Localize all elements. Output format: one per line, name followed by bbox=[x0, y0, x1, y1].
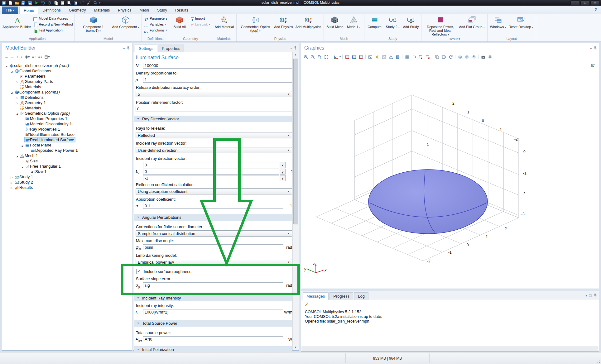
refresh-icon[interactable] bbox=[448, 54, 454, 60]
tab-study[interactable]: Study bbox=[153, 7, 171, 14]
input-field-a-i0[interactable]: A*I0 bbox=[143, 336, 283, 342]
open-icon[interactable] bbox=[14, 0, 20, 5]
pin-panel-icon[interactable] bbox=[594, 293, 597, 298]
tree-node-deposited-ray-power-1[interactable]: Deposited Ray Power 1 bbox=[3, 148, 131, 153]
copy-image-icon[interactable] bbox=[434, 54, 440, 60]
dropdown-using-absorption-coefficient[interactable]: Using absorption coefficient▼ bbox=[136, 188, 292, 194]
tree-node-size[interactable]: ASize bbox=[3, 158, 131, 164]
tree-expand-icon[interactable]: ◢ bbox=[9, 69, 14, 73]
tab-mesh[interactable]: Mesh bbox=[135, 7, 153, 14]
undo-icon[interactable] bbox=[40, 0, 46, 5]
tree-node-materials[interactable]: Materials bbox=[3, 84, 131, 89]
show-axis-icon[interactable] bbox=[411, 54, 417, 60]
livelink-button[interactable]: LiveLink▾ bbox=[189, 22, 210, 27]
messages-tab-messages[interactable]: Messages bbox=[303, 292, 329, 300]
parameters-button[interactable]: PiParameters bbox=[143, 16, 167, 21]
scene-light-icon[interactable] bbox=[374, 54, 380, 60]
tree-node-solar-dish-receiver-mph[interactable]: ◢solar_dish_receiver.mph(root) bbox=[3, 63, 131, 68]
front-view-icon[interactable] bbox=[457, 54, 463, 60]
checkbox-box[interactable]: ✓ bbox=[136, 269, 141, 274]
panel-menu-caret-icon[interactable]: ▾ bbox=[590, 47, 592, 50]
save-as-icon[interactable] bbox=[27, 0, 33, 5]
reset-desktop-button[interactable]: Reset Desktop ▾ bbox=[507, 14, 534, 29]
input-field-1[interactable]: 1 bbox=[143, 77, 292, 83]
tab-definitions[interactable]: Definitions bbox=[38, 7, 65, 14]
tree-expand-icon[interactable]: ◢ bbox=[15, 111, 19, 116]
settings-scrollbar[interactable]: ▲ ▼ bbox=[292, 52, 299, 350]
tab-results[interactable]: Results bbox=[171, 7, 192, 14]
tree-expand-icon[interactable]: ◢ bbox=[20, 143, 25, 147]
tree-node-mesh-1[interactable]: ◢Mesh 1 bbox=[3, 153, 131, 158]
messages-tab-progress[interactable]: Progress bbox=[329, 292, 353, 300]
dropdown-sample-from-conical-distribution[interactable]: Sample from conical distribution▼ bbox=[136, 230, 292, 237]
tree-expand-icon[interactable]: ▷ bbox=[15, 100, 19, 105]
forward-icon[interactable]: → bbox=[11, 55, 14, 59]
tree-node-results[interactable]: ▷Results bbox=[3, 185, 131, 190]
tree-node-ideal-illuminated-surface[interactable]: ✱Ideal Illuminated Surface bbox=[3, 132, 131, 137]
clear-messages-icon[interactable] bbox=[304, 301, 310, 307]
model-data-access-button[interactable]: Model Data Access bbox=[32, 16, 73, 21]
variables-button[interactable]: a=Variables▾ bbox=[143, 22, 167, 27]
vector-component-field[interactable]: 0 bbox=[143, 169, 279, 175]
zoom-out-icon[interactable] bbox=[310, 54, 315, 60]
move-up-icon[interactable]: ↑ bbox=[17, 55, 18, 59]
caret-down-icon[interactable]: ▾ bbox=[339, 55, 341, 58]
tree-node-study-2[interactable]: ▷Study 2 bbox=[3, 180, 131, 185]
deposited-power-real-and-ideal-reflectors-button[interactable]: Deposited Power, Real and Ideal Reflecto… bbox=[423, 14, 457, 37]
panel-menu-caret-icon[interactable]: ▾ bbox=[290, 47, 292, 50]
add-plot-group-button[interactable]: Add Plot Group ▾ bbox=[458, 14, 485, 29]
study-2-button[interactable]: Study 2 ▾ bbox=[384, 14, 401, 29]
dropdown-empirical-power-law[interactable]: Empirical power law▼ bbox=[136, 259, 292, 265]
dropdown-user-defined-direction[interactable]: User-defined direction▼ bbox=[136, 147, 292, 153]
tree-node-medium-properties-1[interactable]: Medium Properties 1 bbox=[3, 116, 131, 121]
import-button[interactable]: Import bbox=[189, 16, 210, 21]
geometrical-optics-gop-button[interactable]: Geometrical Optics (gop) ▾ bbox=[238, 14, 272, 33]
add-study-button[interactable]: Add Study bbox=[402, 14, 420, 29]
scrollbar-thumb[interactable] bbox=[293, 59, 298, 224]
expand-all-icon[interactable]: ≡↑ bbox=[32, 55, 36, 59]
record-a-new-method-button[interactable]: Record a New Method bbox=[32, 22, 73, 27]
select-box-icon[interactable] bbox=[418, 54, 424, 60]
transparency-icon[interactable] bbox=[381, 54, 387, 60]
tab-materials[interactable]: Materials bbox=[90, 7, 114, 14]
vector-component-field[interactable]: 0 bbox=[143, 162, 279, 168]
section-total-source-power[interactable]: ▼Total Source Power bbox=[134, 320, 292, 327]
zoom-extents-icon[interactable] bbox=[323, 54, 329, 60]
view-yz-icon[interactable] bbox=[351, 54, 357, 60]
tree-node-focal-plane[interactable]: ◢Focal Plane bbox=[3, 142, 131, 148]
section-initial-polarization[interactable]: ▼Initial Polarization bbox=[134, 346, 292, 353]
pin-panel-icon[interactable] bbox=[294, 46, 297, 50]
surface-icon[interactable] bbox=[395, 54, 401, 60]
tree-node-materials[interactable]: Materials bbox=[3, 105, 131, 111]
collapse-all-icon[interactable]: ≡↓ bbox=[38, 55, 42, 59]
tab-geometry[interactable]: Geometry bbox=[65, 7, 90, 14]
windows-button[interactable]: Windows ▾ bbox=[489, 14, 507, 29]
add-multiphysics-button[interactable]: Add Multiphysics bbox=[295, 14, 322, 29]
pin-panel-icon[interactable] bbox=[594, 46, 597, 51]
input-field-0-1[interactable]: 0.1 bbox=[143, 203, 283, 209]
dropdown-5[interactable]: 5▼ bbox=[136, 91, 292, 97]
qat-overflow-caret-icon[interactable]: ▾ bbox=[99, 2, 100, 4]
clear-icon[interactable] bbox=[86, 0, 92, 5]
snapshot-icon[interactable] bbox=[480, 54, 486, 60]
top-view-icon[interactable] bbox=[471, 54, 477, 60]
select-frame-icon[interactable] bbox=[79, 0, 85, 5]
tree-node-geometrical-optics[interactable]: ◢Geometrical Optics(gop) bbox=[3, 111, 131, 116]
tree-node-real-illuminated-surface[interactable]: ✱Real Illuminated Surface bbox=[3, 137, 131, 142]
move-down-icon[interactable]: ↓ bbox=[21, 55, 22, 59]
view-xy-icon[interactable] bbox=[344, 54, 350, 60]
messages-tab-log[interactable]: Log bbox=[354, 292, 368, 300]
view-xz-icon[interactable] bbox=[358, 54, 364, 60]
tree-node-size-1[interactable]: ASize 1 bbox=[3, 169, 131, 174]
panel-menu-caret-icon[interactable]: ▾ bbox=[586, 294, 587, 297]
paste-icon[interactable] bbox=[60, 0, 65, 5]
zoom-box-icon[interactable] bbox=[316, 54, 322, 60]
settings-tab-properties[interactable]: Properties bbox=[158, 45, 184, 52]
input-field-sig[interactable]: sig bbox=[143, 282, 283, 288]
tree-expand-icon[interactable]: ▷ bbox=[9, 175, 14, 179]
delete-icon[interactable] bbox=[73, 0, 79, 5]
tree-node-definitions[interactable]: ▷Definitions bbox=[3, 95, 131, 100]
graphics-canvas[interactable]: 210-1-20-1-2-3210-1-21 zyx bbox=[301, 61, 599, 288]
mesh-1-button[interactable]: Mesh 1 ▾ bbox=[345, 14, 363, 29]
model-tree-settings-icon[interactable]: ▤▾ bbox=[45, 55, 50, 59]
